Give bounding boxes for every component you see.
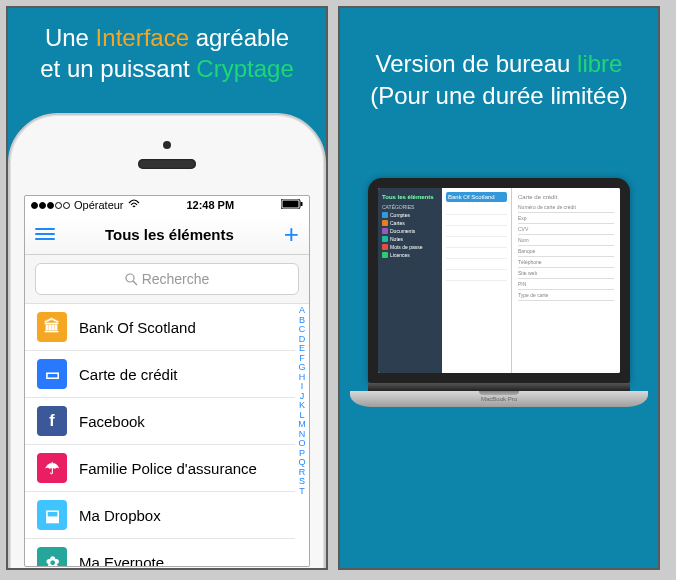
search-icon: [125, 273, 138, 286]
search-input[interactable]: Recherche: [35, 263, 299, 295]
list-item[interactable]: ▭Carte de crédit: [25, 351, 295, 398]
phone-device: Opérateur 12:48 PM Tous les éléments: [8, 113, 326, 570]
list-item-label: Ma Dropbox: [79, 507, 161, 524]
list-item[interactable]: fFacebook: [25, 398, 295, 445]
list-item-label: Facebook: [79, 413, 145, 430]
left-caption: Une Interface agréable et un puissant Cr…: [8, 8, 326, 84]
nav-bar: Tous les éléments +: [25, 214, 309, 255]
svg-rect-2: [301, 202, 303, 206]
bank-icon: 🏛: [37, 312, 67, 342]
item-list: 🏛Bank Of Scotland▭Carte de créditfFacebo…: [25, 304, 295, 567]
list-item[interactable]: ⬓Ma Dropbox: [25, 492, 295, 539]
carrier-label: Opérateur: [74, 199, 124, 211]
menu-button[interactable]: [35, 228, 55, 240]
list-item[interactable]: 🏛Bank Of Scotland: [25, 304, 295, 351]
facebook-icon: f: [37, 406, 67, 436]
svg-point-3: [126, 274, 134, 282]
desktop-sidebar: Tous les élémentsCATÉGORIESComptesCartes…: [378, 188, 442, 373]
svg-rect-1: [283, 201, 299, 208]
list-item-label: Ma Evernote: [79, 554, 164, 568]
camera-dot: [163, 141, 171, 149]
evernote-icon: ✿: [37, 547, 67, 567]
umbrella-icon: ☂: [37, 453, 67, 483]
laptop-brand: MacBook Pro: [350, 396, 648, 402]
desktop-app: Tous les élémentsCATÉGORIESComptesCartes…: [378, 188, 620, 373]
alphabet-index[interactable]: ABCDEFGHIJKLMNOPQRST: [295, 304, 309, 567]
list-item-label: Bank Of Scotland: [79, 319, 196, 336]
list-item[interactable]: ☂Familie Police d'assurance: [25, 445, 295, 492]
laptop-device: Tous les élémentsCATÉGORIESComptesCartes…: [350, 178, 648, 407]
clock-label: 12:48 PM: [140, 199, 281, 211]
page-title: Tous les éléments: [55, 226, 284, 243]
battery-icon: [281, 199, 303, 211]
svg-line-4: [133, 281, 137, 285]
wifi-icon: [128, 199, 140, 211]
list-item-label: Carte de crédit: [79, 366, 177, 383]
phone-screen: Opérateur 12:48 PM Tous les éléments: [24, 195, 310, 567]
right-panel: Version de bureau libre (Pour une durée …: [338, 6, 660, 570]
list-item-label: Familie Police d'assurance: [79, 460, 257, 477]
credit-card-icon: ▭: [37, 359, 67, 389]
desktop-middle-list: Bank Of Scotland: [442, 188, 512, 373]
speaker-grill: [138, 159, 196, 169]
desktop-detail-pane: Carte de créditNuméro de carte de crédit…: [512, 188, 620, 373]
right-caption: Version de bureau libre (Pour une durée …: [340, 8, 658, 113]
dropbox-icon: ⬓: [37, 500, 67, 530]
list-item[interactable]: ✿Ma Evernote: [25, 539, 295, 567]
add-button[interactable]: +: [284, 224, 299, 244]
signal-icon: [31, 202, 70, 209]
search-placeholder: Recherche: [142, 271, 210, 287]
left-panel: Une Interface agréable et un puissant Cr…: [6, 6, 328, 570]
status-bar: Opérateur 12:48 PM: [25, 196, 309, 214]
